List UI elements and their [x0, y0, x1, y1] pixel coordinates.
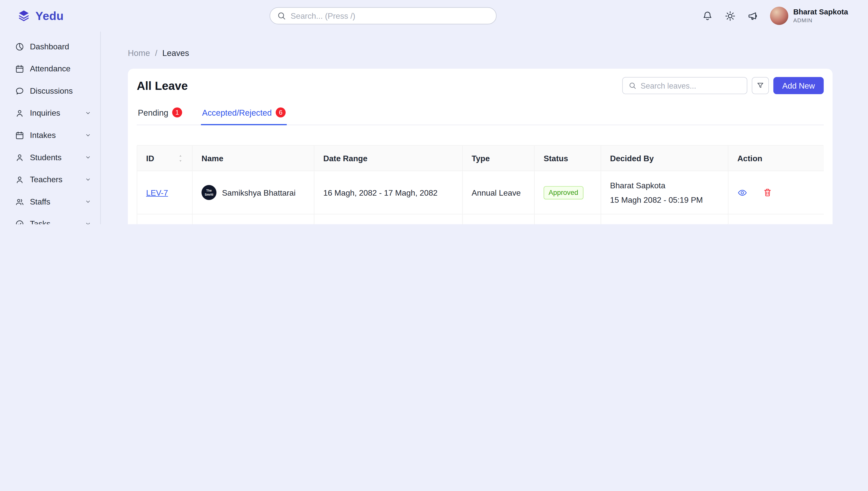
global-search[interactable] [270, 7, 496, 24]
calendar-icon [15, 131, 24, 140]
users-icon [15, 197, 24, 206]
decided-at-time: 15 Magh 2082 - 05:19 PM [610, 193, 719, 207]
sort-carets-icon[interactable] [178, 154, 183, 163]
leave-id-link[interactable]: LEV-7 [146, 188, 168, 197]
dashboard-icon [15, 42, 24, 51]
trash-icon [763, 188, 772, 197]
chevron-down-icon [85, 221, 91, 224]
top-header: Yedu Bharat Sapkota ADMIN [0, 0, 868, 32]
search-icon [628, 82, 637, 90]
funnel-icon [756, 82, 765, 90]
employee-name: Samikshya Bhattarai [222, 188, 296, 197]
leaves-card: All Leave Add New Pending 1 Accepte [128, 68, 833, 224]
column-label: Decided By [610, 154, 654, 163]
delete-button[interactable] [763, 188, 772, 197]
table-row: LEV-7 The Smriti Samikshya Bhattarai 16 … [137, 171, 824, 214]
user-icon [15, 153, 24, 162]
leaves-table-wrapper: IDNameDate RangeTypeStatusDecided ByActi… [137, 145, 824, 224]
add-new-button[interactable]: Add New [773, 77, 824, 94]
user-menu[interactable]: Bharat Sapkota ADMIN [770, 7, 848, 25]
sidebar-item-label: Discussions [30, 86, 79, 95]
app-window: Yedu Bharat Sapkota ADMIN Dashboard [0, 0, 868, 224]
sidebar-item-label: Staffs [30, 197, 79, 206]
breadcrumb-home[interactable]: Home [128, 48, 150, 57]
sidebar-item-students[interactable]: Students [3, 147, 97, 167]
status-badge: Approved [544, 186, 583, 199]
chevron-down-icon [85, 176, 91, 183]
leave-type-cell: Sick Leave [463, 214, 535, 224]
sidebar-item-intakes[interactable]: Intakes [3, 125, 97, 145]
leaves-search[interactable] [622, 77, 748, 94]
table-row: LEV-6 The Smriti Samikshya Bhattarai 04 … [137, 214, 824, 224]
sidebar-item-label: Students [30, 153, 79, 162]
announcements-megaphone-icon[interactable] [747, 10, 758, 21]
user-name: Bharat Sapkota [793, 8, 848, 17]
yedu-logo-icon [17, 9, 31, 23]
eye-icon [737, 187, 747, 197]
sidebar-item-staffs[interactable]: Staffs [3, 192, 97, 211]
user-avatar [770, 7, 788, 25]
calendar-icon [15, 64, 24, 74]
tab-pending[interactable]: Pending 1 [137, 108, 183, 125]
sidebar-item-dashboard[interactable]: Dashboard [3, 36, 97, 56]
chat-icon [15, 86, 24, 95]
app-name: Yedu [35, 9, 64, 23]
column-header-type: Type [463, 146, 535, 171]
sidebar-item-discussions[interactable]: Discussions [3, 81, 97, 101]
column-label: Type [472, 154, 490, 163]
user-icon [15, 175, 24, 184]
global-search-input[interactable] [290, 11, 489, 20]
sidebar-item-teachers[interactable]: Teachers [3, 170, 97, 190]
sidebar-item-label: Tasks [30, 220, 79, 224]
page-title: All Leave [137, 79, 188, 92]
user-icon [15, 108, 24, 118]
tabs-bar: Pending 1 Accepted/Rejected 6 [137, 108, 824, 125]
notifications-bell-icon[interactable] [702, 10, 713, 21]
decided-by-cell: Bharat Sapkota 04 Magh 2082 - 04:41 PM [601, 214, 728, 224]
sidebar-item-label: Dashboard [30, 42, 79, 51]
leaves-search-input[interactable] [641, 81, 741, 90]
main-content: Home / Leaves All Leave Add Ne [101, 32, 868, 224]
decided-by-name: Bharat Sapkota [610, 221, 719, 224]
check-icon [15, 219, 24, 224]
user-meta: Bharat Sapkota ADMIN [793, 8, 848, 24]
chevron-down-icon [85, 110, 91, 116]
breadcrumb: Home / Leaves [128, 48, 833, 57]
tab-label: Pending [138, 108, 168, 117]
theme-toggle-sun-icon[interactable] [724, 10, 736, 21]
column-label: Name [202, 154, 223, 163]
card-header: All Leave Add New [137, 77, 824, 94]
column-label: Action [737, 154, 762, 163]
header-actions: Bharat Sapkota ADMIN [702, 7, 848, 25]
sidebar-item-inquiries[interactable]: Inquiries [3, 103, 97, 123]
search-icon [277, 11, 286, 21]
sidebar-item-attendance[interactable]: Attendance [3, 59, 97, 79]
column-label: Date Range [323, 154, 368, 163]
table-body: LEV-7 The Smriti Samikshya Bhattarai 16 … [137, 171, 824, 224]
tab-count-badge: 6 [276, 108, 285, 117]
sidebar-nav: Dashboard Attendance Discussions Inquiri… [2, 36, 98, 224]
sidebar-item-label: Attendance [30, 64, 79, 73]
tab-accepted-rejected[interactable]: Accepted/Rejected 6 [201, 108, 287, 125]
chevron-down-icon [85, 198, 91, 205]
column-label: Status [544, 154, 568, 163]
app-logo[interactable]: Yedu [17, 9, 64, 23]
leaves-table: IDNameDate RangeTypeStatusDecided ByActi… [137, 146, 824, 224]
column-header-id[interactable]: ID [137, 146, 193, 171]
action-cell [737, 187, 815, 197]
filter-button[interactable] [752, 77, 769, 94]
tab-count-badge: 1 [172, 108, 182, 117]
date-range-cell: 04 Magh, 2082 - 05 Magh, 2082 [314, 214, 463, 224]
column-header-decided-by: Decided By [601, 146, 728, 171]
avatar: The Smriti [202, 185, 216, 200]
sidebar-item-tasks[interactable]: Tasks [3, 214, 97, 224]
user-role: ADMIN [793, 17, 848, 24]
view-button[interactable] [737, 187, 747, 197]
breadcrumb-current: Leaves [162, 48, 189, 57]
breadcrumb-separator: / [155, 48, 157, 57]
chevron-down-icon [85, 132, 91, 139]
column-header-status: Status [535, 146, 601, 171]
column-header-date-range: Date Range [314, 146, 463, 171]
date-range-cell: 16 Magh, 2082 - 17 Magh, 2082 [314, 171, 463, 214]
sidebar-item-label: Teachers [30, 175, 79, 184]
